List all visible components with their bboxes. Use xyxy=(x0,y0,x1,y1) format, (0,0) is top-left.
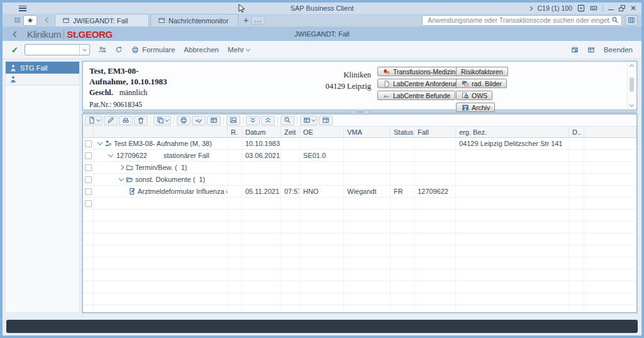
close-button[interactable]: ✕ xyxy=(630,5,636,11)
window-panel-icon[interactable] xyxy=(587,46,595,54)
pencil-button[interactable] xyxy=(104,116,118,125)
trash-button[interactable] xyxy=(134,116,148,125)
enter-check-button[interactable]: ✓ xyxy=(11,45,18,55)
favorites-star-button[interactable]: ★ xyxy=(23,15,37,26)
tab-jwiegandt-fall[interactable]: JWIEGANDT: Fall xyxy=(55,14,149,26)
labcentre-befunde-button[interactable]: LabCentre Befunde xyxy=(377,91,455,100)
rad-bilder-button[interactable]: rad. Bilder xyxy=(456,79,507,88)
column-header[interactable]: erg. Bez. xyxy=(456,127,569,137)
collapse-button[interactable] xyxy=(246,116,260,125)
expand-button[interactable] xyxy=(261,116,275,125)
table-row[interactable] xyxy=(83,198,636,210)
tree-expander[interactable] xyxy=(117,177,125,181)
header-scrollbar[interactable] xyxy=(627,63,635,108)
ok-code-combobox[interactable] xyxy=(25,44,90,55)
export-grid-button[interactable] xyxy=(207,116,221,125)
table-cell xyxy=(242,234,281,245)
column-header[interactable]: D.. xyxy=(569,127,584,137)
row-checkbox[interactable] xyxy=(85,152,92,159)
row-checkbox[interactable] xyxy=(85,200,92,207)
tree-expander[interactable] xyxy=(117,166,125,169)
keyboard-icon[interactable] xyxy=(590,4,597,12)
new-tab-button[interactable]: + xyxy=(243,16,248,25)
table-cell xyxy=(242,198,281,209)
tree-expander[interactable] xyxy=(96,142,104,145)
mehr-menu-button[interactable]: Mehr xyxy=(228,46,250,54)
formulare-button[interactable]: Formulare xyxy=(131,46,175,54)
table-cell xyxy=(300,245,344,257)
ok-code-field[interactable] xyxy=(25,45,79,54)
back-chevron-icon[interactable] xyxy=(13,31,19,37)
table-row[interactable]: sonst. Dokumente ( 1) xyxy=(83,174,636,186)
column-header[interactable]: Fall xyxy=(414,127,456,137)
copy-button[interactable] xyxy=(153,116,171,125)
refresh-icon[interactable] xyxy=(115,46,123,54)
tree-expander[interactable] xyxy=(106,154,114,157)
content-area: STG Fall Test, EM3-08- Aufnahme, 10.10.1… xyxy=(3,59,641,335)
tab-list-icon[interactable] xyxy=(14,16,21,24)
persons-icon[interactable] xyxy=(99,46,106,54)
row-checkbox[interactable] xyxy=(85,164,92,171)
table-cell xyxy=(391,293,414,305)
row-checkbox[interactable] xyxy=(85,176,92,183)
search-icon[interactable] xyxy=(611,16,619,25)
printer-icon xyxy=(131,46,140,54)
column-header[interactable] xyxy=(83,127,94,137)
table-cell xyxy=(300,210,344,221)
tab-nachrichtenmonitor[interactable]: Nachrichtenmonitor xyxy=(150,14,238,26)
column-header[interactable]: VMA xyxy=(344,127,391,137)
column-header[interactable]: Datum xyxy=(242,127,281,137)
table-row[interactable]: Arztmeldeformular Influenza (Sachsen)05.… xyxy=(83,186,636,198)
folder-open-icon xyxy=(125,176,133,184)
sidebar-item-2[interactable] xyxy=(6,74,79,86)
labcentre-anforderung-button[interactable]: LabCentre Anforderung xyxy=(377,79,467,88)
row-title: Termin/Bew. ( 1) xyxy=(135,164,187,171)
column-header[interactable]: Zeit xyxy=(281,127,300,137)
table-row[interactable]: Termin/Bew. ( 1) xyxy=(83,162,636,174)
sidebar-item-stg-fall[interactable]: STG Fall xyxy=(6,62,79,74)
column-header[interactable]: Status xyxy=(391,127,414,137)
ows-button[interactable]: OWS xyxy=(456,91,492,100)
image-button[interactable] xyxy=(226,116,240,125)
column-header[interactable]: R. xyxy=(228,127,242,137)
search-button[interactable] xyxy=(280,116,294,125)
abbrechen-button[interactable]: Abbrechen xyxy=(184,46,219,54)
table-cell xyxy=(584,138,636,149)
restore-button[interactable] xyxy=(619,5,625,11)
transfusions-medizin-button[interactable]: Transfusions-Medizin xyxy=(377,67,460,76)
transaction-search-input[interactable] xyxy=(426,16,611,25)
open-in-window-icon[interactable] xyxy=(571,46,579,54)
row-checkbox[interactable] xyxy=(85,140,92,147)
transaction-search-box[interactable] xyxy=(422,15,622,26)
export-grid-button[interactable] xyxy=(300,116,318,125)
play-box-icon[interactable] xyxy=(577,4,585,12)
table-cell xyxy=(281,162,300,173)
tab-scroll-left-icon[interactable] xyxy=(45,18,50,23)
scrollbar-thumb[interactable] xyxy=(630,77,634,93)
table-cell xyxy=(456,257,569,269)
combobox-dropdown-icon[interactable] xyxy=(79,45,89,55)
table-cell xyxy=(456,234,569,245)
column-header[interactable]: OE xyxy=(300,127,344,137)
tab-overflow-button[interactable]: ... xyxy=(251,16,265,25)
row-checkbox[interactable] xyxy=(85,188,92,195)
hamburger-menu-icon[interactable] xyxy=(19,6,26,11)
binoculars-button[interactable] xyxy=(119,116,133,125)
table-cell xyxy=(391,245,414,257)
table-row[interactable]: 12709622stationärer Fall03.06.2021SE01.0 xyxy=(83,150,636,162)
double-check-button[interactable] xyxy=(192,116,206,125)
printer-button[interactable] xyxy=(177,116,191,125)
column-header[interactable] xyxy=(584,127,636,137)
layout-box-button[interactable] xyxy=(319,116,333,125)
scroll-down-icon[interactable] xyxy=(629,103,633,107)
panel-layout-icon[interactable] xyxy=(625,15,638,26)
table-row[interactable]: Test EM3-08- Aufnahme (M, 38)10.10.19830… xyxy=(83,138,636,150)
risikofaktoren-button[interactable]: Risikofaktoren xyxy=(456,67,508,76)
double-check-icon xyxy=(195,116,203,125)
beenden-button[interactable]: Beenden xyxy=(604,46,633,54)
chevron-right-icon[interactable] xyxy=(528,6,533,10)
new-doc-button[interactable] xyxy=(85,116,103,125)
minimize-button[interactable] xyxy=(608,5,614,11)
archiv-button[interactable]: Archiv xyxy=(456,103,495,112)
column-header[interactable] xyxy=(94,127,228,137)
